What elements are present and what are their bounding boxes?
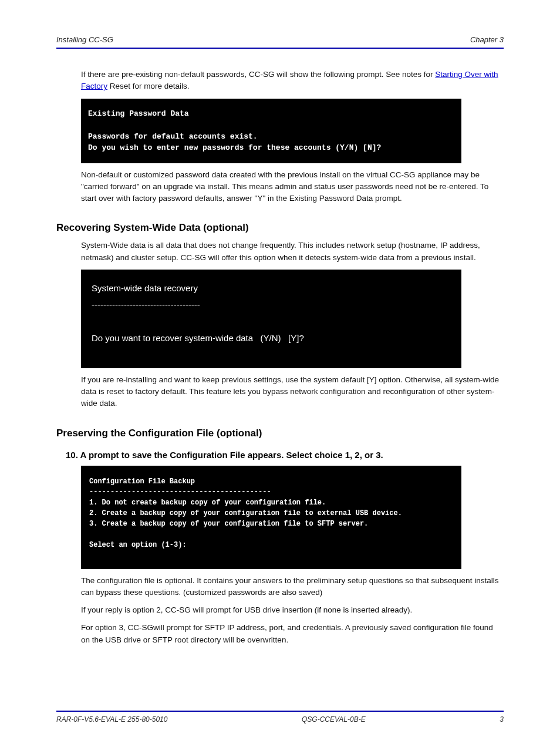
heading-recover: Recovering System-Wide Data (optional): [56, 222, 504, 234]
term3-opt1: 1. Do not create backup copy of your con…: [89, 499, 326, 507]
bottom-rule: [56, 711, 504, 712]
term3-title: Configuration File Backup: [89, 477, 195, 486]
heading-preserve: Preserving the Configuration File (optio…: [56, 428, 504, 439]
term1-title: Existing Password Data: [88, 109, 189, 118]
para-cfg2: If your reply is option 2, CC-SG will pr…: [81, 604, 504, 616]
step9-intro: If there are pre-existing non-default pa…: [81, 69, 504, 93]
term3-opt3: 3. Create a backup copy of your configur…: [89, 520, 368, 528]
para-recover: System-Wide data is all data that does n…: [81, 240, 504, 264]
para-custom-passwords: Non-default or customized password data …: [81, 169, 504, 205]
term1-line1: Passwords for default accounts exist.: [88, 132, 258, 141]
footer-center: QSG-CCEVAL-0B-E: [167, 715, 500, 724]
terminal-system-recovery: System-wide data recovery --------------…: [81, 270, 461, 368]
term2-hr: -------------------------------------: [92, 300, 200, 309]
term3-select: Select an option (1-3):: [89, 541, 187, 549]
terminal-existing-password: Existing Password Data Passwords for def…: [81, 99, 461, 163]
footer-left: RAR-0F-V5.6-EVAL-E 255-80-5010: [56, 715, 167, 724]
para-sysdef: If you are re-installing and want to kee…: [81, 374, 504, 410]
header-right: Chapter 3: [470, 35, 504, 44]
term2-line1: Do you want to recover system-wide data …: [92, 333, 304, 343]
para-cfg3: For option 3, CC-SGwill prompt for SFTP …: [81, 622, 504, 646]
terminal-config-backup: Configuration File Backup --------------…: [81, 466, 461, 569]
term1-line2: Do you wish to enter new passwords for t…: [88, 143, 381, 152]
term3-opt2: 2. Create a backup copy of your configur…: [89, 509, 402, 517]
header-left: Installing CC-SG: [56, 35, 113, 44]
para-cfg1: The configuration file is optional. It c…: [81, 575, 504, 599]
term3-hr: ----------------------------------------…: [89, 488, 271, 496]
footer-right: 3: [500, 715, 504, 724]
step-10: 10. A prompt to save the Configuration F…: [66, 450, 504, 460]
term2-title: System-wide data recovery: [92, 283, 198, 293]
